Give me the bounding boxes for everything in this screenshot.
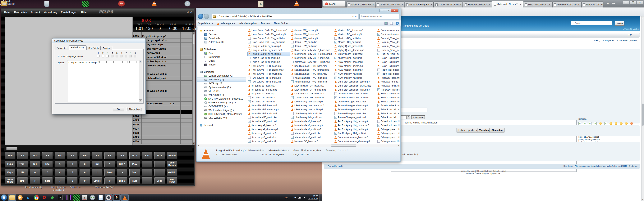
scrollbar-thumb[interactable] xyxy=(642,104,644,126)
file-item[interactable]: Schlagerqueen Hitmix xyxy=(377,131,400,135)
pclp-key[interactable]: Fade xyxy=(129,177,140,185)
taskbar-icon[interactable] xyxy=(73,195,80,201)
sidebar-item[interactable]: BD-RE-Laufwerk (J:) my disc xyxy=(197,101,246,105)
file-item[interactable]: Joana - PW_bass.mp3 xyxy=(290,28,333,32)
scrollbar-thumb[interactable] xyxy=(331,145,356,147)
file-item[interactable]: Mama Maria -2_multi.mid xyxy=(290,135,333,139)
song-row[interactable]: 0024 xyxy=(133,114,192,119)
sidebar-item[interactable]: Downloads xyxy=(197,36,246,40)
file-item[interactable]: Klostertaler Party Mix -2_multi.mid xyxy=(290,60,333,64)
pclp-key[interactable]: Loop xyxy=(154,177,165,185)
file-item[interactable]: Its my life - BJ_mulit.mp3 xyxy=(248,111,290,115)
browser-tab[interactable]: Lernvideos PC Live xyxy=(434,1,463,7)
pclp-key[interactable]: ASIO Mixer xyxy=(4,177,16,185)
file-item[interactable]: Rock mi_Voxx_multi.m xyxy=(377,52,400,56)
taskbar-icon[interactable] xyxy=(89,195,96,201)
file-item[interactable]: Pur Rockparty HM_mulit.mp3 xyxy=(334,127,376,131)
pclp-menu-item[interactable]: Datei xyxy=(4,11,10,13)
pclp-key[interactable]: Solo Drums xyxy=(166,160,178,168)
close-button[interactable]: ✕ xyxy=(637,0,643,4)
new-folder-button[interactable]: Neuer Ordner xyxy=(274,22,288,25)
file-item[interactable]: I sing a Liad für di_multi.mid xyxy=(248,60,290,64)
file-item[interactable]: Its my life - BJ_bass.mp3 xyxy=(248,104,290,108)
file-item[interactable]: Joana - PW_mulit.mp3 xyxy=(290,36,333,40)
browser-scrollbar[interactable] xyxy=(641,16,644,201)
file-item[interactable]: Pur Rockparty HM_bass.mp3 xyxy=(334,119,376,124)
tab-close-icon[interactable] xyxy=(372,3,374,6)
file-item[interactable]: Rock me Amadeus_bass.mp3 xyxy=(334,135,376,139)
sidebar-item[interactable]: Bibliotheken xyxy=(197,47,246,51)
browser-tab[interactable]: Midi-Land PC-live P xyxy=(582,1,603,7)
pclp-key[interactable]: F 7 xyxy=(92,152,103,159)
tab-close-icon[interactable] xyxy=(401,3,403,6)
contributing-artists-value[interactable]: Mitwirkenden Interpret... xyxy=(268,149,291,151)
font-color-button[interactable]: Schriftfarbe xyxy=(411,115,425,119)
file-item[interactable]: Mexico - BO_drums.mp3 xyxy=(334,28,376,32)
forward-button[interactable]: → xyxy=(204,13,209,19)
desktop-file-label[interactable]: Delilah.mid xyxy=(70,186,80,189)
file-item[interactable]: Schenk mir dein Herz xyxy=(377,124,400,128)
volume-icon[interactable] xyxy=(304,197,306,199)
file-item[interactable]: NDW-Medley_drums.mp3 xyxy=(334,64,376,68)
album-value[interactable]: Album angeben xyxy=(269,153,284,156)
file-item[interactable]: Schenk mir dein Herz xyxy=(377,115,400,119)
file-item[interactable]: Runaway_multi.mid xyxy=(377,88,400,92)
scroll-down-icon[interactable] xyxy=(642,198,644,201)
track-checkbox[interactable] xyxy=(102,61,104,63)
forum-user-link[interactable]: Abmelden [ wolle97 ] xyxy=(617,39,638,41)
pclp-key[interactable]: F 12 xyxy=(154,152,165,159)
routing-checkbox[interactable] xyxy=(120,55,122,57)
file-item[interactable]: Its my life - BJ_drums.mp3 xyxy=(248,108,290,112)
file-item[interactable]: Mighty Quinn_mulit.mp3 xyxy=(334,52,376,56)
routing-checkbox[interactable] xyxy=(116,55,118,57)
file-item[interactable]: I love Rockn Roll - JJa_drums.mp3 xyxy=(248,28,290,32)
pclp-key[interactable] xyxy=(154,169,165,176)
file-item[interactable]: Its so easy -1_drums.mp3 xyxy=(248,127,290,131)
sidebar-item[interactable]: USB WOLLE (W:) xyxy=(197,116,246,120)
routing-checkbox[interactable] xyxy=(102,55,104,57)
file-item[interactable]: Like the way I do_bass.mp3 xyxy=(290,100,333,104)
file-item[interactable]: Its so easy -1_multi.dke xyxy=(248,135,290,139)
file-item[interactable]: Runaway_mulit.mp3 xyxy=(377,84,400,88)
pclp-key[interactable]: > xyxy=(117,169,128,176)
pclp-key[interactable]: F 5 xyxy=(67,152,78,159)
tab-close-icon[interactable] xyxy=(489,3,490,6)
pclp-key[interactable]: Tmp- xyxy=(17,177,28,185)
taskbar-icon[interactable] xyxy=(40,195,48,201)
breadcrumb-item[interactable]: Computer xyxy=(216,15,230,18)
sidebar-item[interactable]: Bilder xyxy=(197,51,246,55)
track-checkbox[interactable] xyxy=(106,61,109,63)
pclp-key[interactable]: Play xyxy=(129,160,140,168)
scroll-up-icon[interactable] xyxy=(139,60,142,63)
sidebar-item[interactable]: Desktop xyxy=(197,32,246,36)
file-item[interactable]: Schlagerqueen Hitmix xyxy=(377,139,400,143)
dialog-tab[interactable]: Anzeige xyxy=(101,46,112,50)
file-item[interactable]: Lady in black - UH_bass.mp3 xyxy=(290,84,333,88)
file-item[interactable]: NDW-Medley_multi.mid xyxy=(334,76,376,80)
pclp-key[interactable]: Shift xyxy=(4,152,16,159)
file-item[interactable]: Its so easy -1_mulit.mp3 xyxy=(248,131,290,135)
file-item[interactable]: Schatzi schenk mir ein xyxy=(377,104,400,108)
browser-tab[interactable]: Software - Midiland xyxy=(346,1,375,7)
routing-checkbox[interactable] xyxy=(97,55,100,57)
taskbar-icon[interactable] xyxy=(113,195,120,201)
file-item[interactable]: NDW-Medley_multi.dke xyxy=(334,72,376,76)
pclp-key[interactable]: < xyxy=(92,169,103,176)
sidebar-item[interactable]: Lokaler Datenträger (C:) xyxy=(197,74,246,78)
file-item[interactable]: Mama Maria -2_multi.dke xyxy=(290,131,333,135)
file-item[interactable]: Lady in black - UH_mulit.mp3 xyxy=(290,92,333,96)
pclp-key[interactable]: F 1 xyxy=(17,152,28,159)
close-button[interactable]: X xyxy=(190,10,192,13)
scroll-down-icon[interactable] xyxy=(139,99,142,102)
pclp-key[interactable]: Sort xyxy=(42,177,53,185)
taskbar-icon[interactable] xyxy=(48,195,56,201)
smiley-icon[interactable] xyxy=(594,122,597,125)
track-checkbox[interactable] xyxy=(97,61,100,63)
file-item[interactable]: Ohne dich schlaf ich_mulit.mp3 xyxy=(334,88,376,92)
file-item[interactable]: I will survive - HHB_multi.mid xyxy=(248,80,290,84)
file-item[interactable]: Rockn Roll muass sei_ xyxy=(377,56,400,60)
taskbar-icon[interactable] xyxy=(16,195,24,201)
file-item[interactable]: Mama Maria -2_mulit.mp3 xyxy=(290,127,333,131)
minimize-button[interactable]: _ xyxy=(184,10,185,13)
pclp-key[interactable]: F 11 xyxy=(142,152,152,159)
